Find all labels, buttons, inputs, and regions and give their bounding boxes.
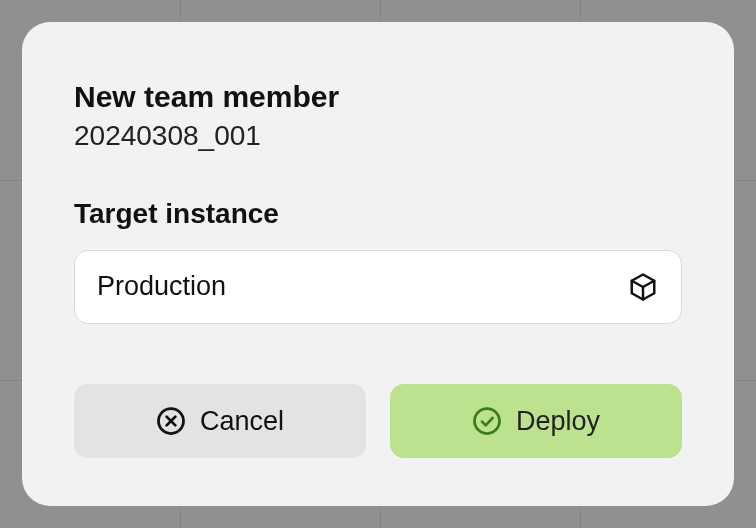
modal-actions: Cancel Deploy xyxy=(74,384,682,458)
cancel-button[interactable]: Cancel xyxy=(74,384,366,458)
cancel-button-label: Cancel xyxy=(200,406,284,437)
svg-point-1 xyxy=(474,409,499,434)
deploy-button[interactable]: Deploy xyxy=(390,384,682,458)
modal-subtitle: 20240308_001 xyxy=(74,118,682,154)
target-instance-select[interactable]: Production xyxy=(74,250,682,324)
target-instance-value: Production xyxy=(97,271,226,302)
deploy-button-label: Deploy xyxy=(516,406,600,437)
modal-header: New team member 20240308_001 xyxy=(74,78,682,154)
check-circle-icon xyxy=(472,406,502,436)
deploy-modal: New team member 20240308_001 Target inst… xyxy=(22,22,734,506)
cancel-icon xyxy=(156,406,186,436)
target-instance-label: Target instance xyxy=(74,198,682,230)
modal-title: New team member xyxy=(74,78,682,116)
cube-icon xyxy=(627,271,659,303)
